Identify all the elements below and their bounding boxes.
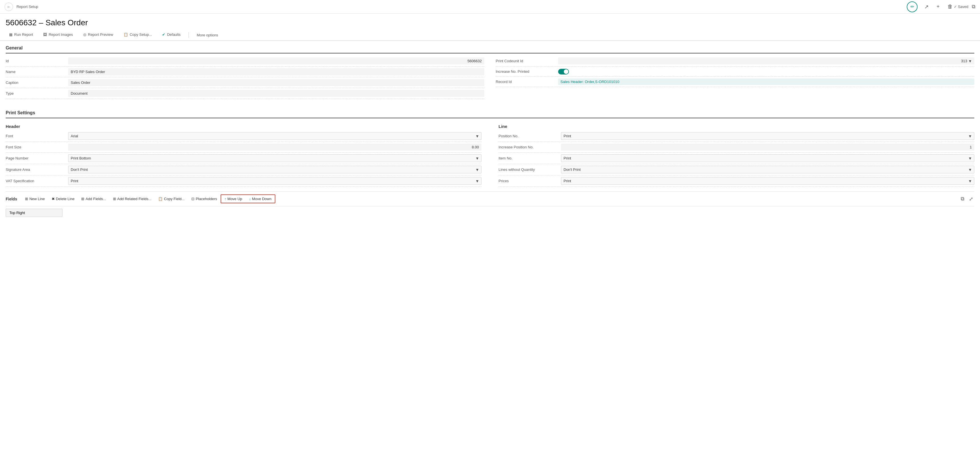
bottom-row — [6, 206, 974, 219]
run-report-icon: ▦ — [9, 32, 13, 37]
delete-button[interactable]: 🗑 — [947, 3, 954, 11]
back-icon: ← — [7, 5, 11, 9]
tab-defaults[interactable]: ✔ Defaults — [158, 30, 185, 40]
tab-run-report[interactable]: ▦ Run Report — [5, 30, 38, 40]
edit-button[interactable]: ✏ — [907, 2, 918, 12]
add-fields-button[interactable]: ⊞ Add Fields... — [78, 195, 109, 203]
field-caption: Caption — [6, 77, 484, 88]
add-button[interactable]: + — [935, 3, 941, 11]
field-type: Type — [6, 88, 484, 99]
page-title: 5606632 – Sales Order — [0, 14, 980, 30]
trash-icon: 🗑 — [948, 4, 953, 10]
field-item-no: Item No. Print Don't Print ▼ — [498, 153, 974, 164]
share-button[interactable]: ↗ — [923, 3, 930, 11]
header-col-title: Header — [6, 121, 482, 131]
field-prices: Prices Print Don't Print ▼ — [498, 176, 974, 187]
caption-input[interactable] — [68, 79, 484, 86]
item-no-select[interactable]: Print Don't Print — [561, 154, 974, 162]
fullscreen-icon: ⤢ — [969, 196, 973, 202]
fields-bar: Fields ⊞ New Line ✖ Delete Line ⊞ Add Fi… — [6, 191, 974, 206]
position-no-select[interactable]: Print Don't Print — [561, 132, 974, 140]
fields-fullscreen-button[interactable]: ⤢ — [968, 195, 974, 203]
toggle-knob — [564, 69, 568, 74]
field-print-codeunit-id: Print Codeunit Id ▼ — [496, 56, 974, 67]
field-position-no: Position No. Print Don't Print ▼ — [498, 131, 974, 142]
move-up-icon: ↑ — [224, 197, 226, 201]
increase-position-no-input[interactable] — [561, 144, 974, 151]
placeholders-icon: ⊡ — [191, 197, 194, 201]
line-col-title: Line — [498, 121, 974, 131]
back-button[interactable]: ← — [5, 3, 13, 11]
tab-more-options[interactable]: More options — [192, 30, 223, 40]
prices-select[interactable]: Print Don't Print — [561, 177, 974, 185]
share-icon: ↗ — [924, 4, 929, 10]
fields-bar-right: ⧉ ⤢ — [959, 195, 974, 203]
add-fields-icon: ⊞ — [81, 197, 84, 201]
general-form: Id Name Caption Type Print Codeunit Id — [6, 56, 974, 99]
topbar-title: Report Setup — [16, 5, 907, 9]
field-id: Id — [6, 56, 484, 67]
record-id-value: Sales Header: Order,S-ORD101010 — [558, 78, 974, 85]
report-images-icon: 🖼 — [43, 32, 47, 37]
field-font-size: Font Size — [6, 142, 482, 153]
line-col: Line Position No. Print Don't Print ▼ In… — [498, 121, 974, 187]
tab-report-preview[interactable]: ◎ Report Preview — [79, 30, 118, 40]
move-down-button[interactable]: ↓ Move Down — [245, 195, 275, 203]
delete-line-icon: ✖ — [52, 197, 55, 201]
fields-expand-button[interactable]: ⧉ — [959, 195, 966, 203]
field-increase-position-no: Increase Position No. — [498, 142, 974, 153]
delete-line-button[interactable]: ✖ Delete Line — [48, 195, 78, 203]
copy-field-button[interactable]: 📋 Copy Field... — [155, 195, 188, 203]
field-page-number: Page Number Print Bottom Print Top Don't… — [6, 153, 482, 164]
restore-button[interactable]: ⧉ — [972, 4, 975, 10]
type-input[interactable] — [68, 90, 484, 97]
new-line-button[interactable]: ⊞ New Line — [22, 195, 48, 203]
page-number-select[interactable]: Print Bottom Print Top Don't Print — [68, 154, 482, 162]
field-record-id: Record Id Sales Header: Order,S-ORD10101… — [496, 77, 974, 87]
saved-status: ✓ Saved ⧉ — [954, 4, 975, 10]
general-left-col: Id Name Caption Type — [6, 56, 484, 99]
expand-icon: ⧉ — [961, 196, 964, 201]
field-font: Font Arial Times New Roman Calibri ▼ — [6, 131, 482, 142]
fields-bar-label: Fields — [6, 197, 17, 201]
bottom-input[interactable] — [6, 209, 62, 217]
copy-setup-icon: 📋 — [124, 32, 128, 37]
field-vat-specification: VAT Specification Print Don't Print ▼ — [6, 176, 482, 187]
lines-without-qty-select[interactable]: Don't Print Print — [561, 166, 974, 173]
general-section-title: General — [6, 41, 974, 53]
move-up-button[interactable]: ↑ Move Up — [221, 195, 246, 203]
field-lines-without-quantity: Lines without Quantity Don't Print Print… — [498, 164, 974, 176]
tab-report-images[interactable]: 🖼 Report Images — [38, 30, 77, 40]
pencil-icon: ✏ — [910, 4, 914, 10]
add-related-fields-button[interactable]: ⊞ Add Related Fields... — [110, 195, 155, 203]
move-buttons-group: ↑ Move Up ↓ Move Down — [221, 195, 276, 203]
name-input[interactable] — [68, 68, 484, 75]
font-select[interactable]: Arial Times New Roman Calibri — [68, 132, 482, 140]
general-right-col: Print Codeunit Id ▼ Increase No. Printed… — [496, 56, 974, 99]
copy-field-icon: 📋 — [158, 197, 163, 201]
print-settings-form: Header Font Arial Times New Roman Calibr… — [6, 121, 974, 187]
print-settings-section-title: Print Settings — [6, 106, 974, 118]
top-bar: ← Report Setup ✏ ↗ + 🗑 ✓ Saved ⧉ — [0, 0, 980, 14]
tab-bar: ▦ Run Report 🖼 Report Images ◎ Report Pr… — [0, 30, 980, 41]
tab-copy-setup[interactable]: 📋 Copy Setup... — [119, 30, 157, 40]
id-input[interactable] — [68, 57, 484, 64]
print-codeunit-input[interactable] — [558, 57, 974, 64]
increase-no-printed-toggle[interactable] — [558, 69, 569, 75]
placeholders-button[interactable]: ⊡ Placeholders — [188, 195, 220, 203]
vat-spec-select[interactable]: Print Don't Print — [68, 177, 482, 185]
header-col: Header Font Arial Times New Roman Calibr… — [6, 121, 482, 187]
signature-area-select[interactable]: Don't Print Print — [68, 166, 482, 173]
defaults-icon: ✔ — [162, 32, 165, 37]
topbar-icons: ✏ ↗ + 🗑 — [907, 2, 954, 12]
field-signature-area: Signature Area Don't Print Print ▼ — [6, 164, 482, 176]
font-size-input[interactable] — [68, 144, 482, 151]
field-name: Name — [6, 67, 484, 77]
report-preview-icon: ◎ — [83, 32, 86, 37]
plus-icon: + — [937, 4, 940, 10]
field-increase-no-printed: Increase No. Printed — [496, 67, 974, 77]
main-content: General Id Name Caption Type Pr — [0, 41, 980, 219]
add-related-icon: ⊞ — [113, 197, 116, 201]
new-line-icon: ⊞ — [25, 197, 28, 201]
tab-divider — [188, 32, 189, 38]
